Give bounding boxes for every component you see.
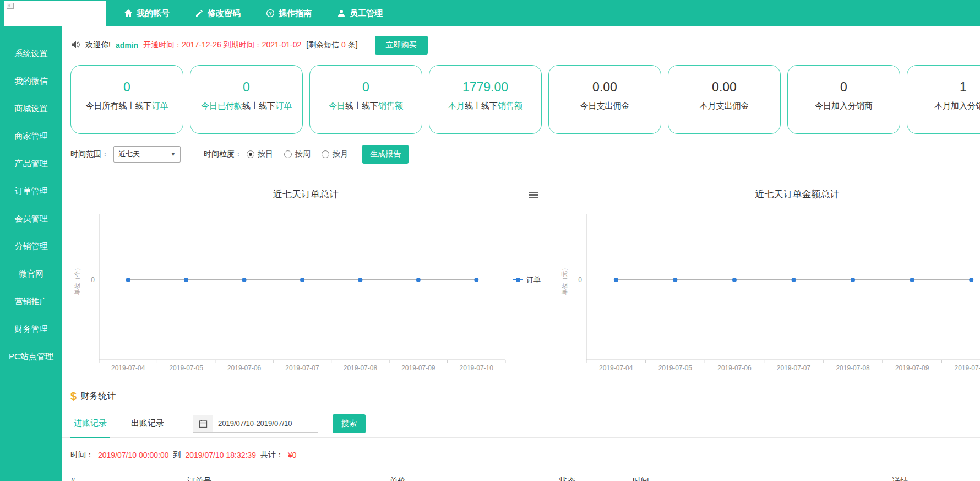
svg-text:2019-07-04: 2019-07-04 [111,364,145,372]
tab-outgoing-records[interactable]: 出账记录 [128,409,167,438]
top-bar: 我的帐号 修改密码 ? 操作指南 员工管理 [0,0,980,26]
svg-text:2019-07-07: 2019-07-07 [777,364,811,372]
sidebar-item-micro-site[interactable]: 微官网 [0,260,62,288]
user-icon [337,9,346,18]
radio-icon [247,150,254,158]
calendar-icon[interactable] [193,415,213,433]
buy-now-button[interactable]: 立即购买 [375,36,428,55]
nav-item-guide[interactable]: ? 操作指南 [266,8,312,19]
nav-item-label: 操作指南 [279,8,312,19]
orders-line-chart: 2019-07-042019-07-052019-07-062019-07-07… [62,203,549,381]
svg-text:2019-07-10: 2019-07-10 [955,364,980,372]
time-range-label: 时间范围： [70,149,109,159]
stat-card-today-sales: 0 今日线上线下销售额 [309,65,422,134]
speaker-icon [70,40,80,51]
radio-icon [284,150,292,158]
top-nav: 我的帐号 修改密码 ? 操作指南 员工管理 [124,0,383,26]
finance-toolbar: 进账记录 出账记录 搜索 [62,409,980,438]
chart-menu-icon[interactable] [529,190,538,200]
svg-text:单位（元）: 单位（元） [561,265,568,295]
sidebar-item-system-settings[interactable]: 系统设置 [0,40,62,67]
svg-text:2019-07-06: 2019-07-06 [717,364,752,372]
sidebar: 系统设置 我的微信 商城设置 商家管理 产品管理 订单管理 会员管理 分销管理 … [0,26,62,481]
stat-card-value: 0.00 [549,80,661,94]
sidebar-item-finance-management[interactable]: 财务管理 [0,315,62,343]
username: admin [116,41,138,50]
column-header-detail: 详情 [892,475,980,481]
column-header-unit-price: 单价 [389,475,559,481]
stat-card-today-commission: 0.00 今日支出佣金 [548,65,661,134]
logo [4,1,106,26]
time-summary: 时间： 2019/07/10 00:00:00 到 2019/07/10 18:… [70,450,980,460]
edit-icon [195,9,204,18]
nav-item-label: 修改密码 [208,8,241,19]
stat-card-label: 本月支出佣金 [668,101,780,111]
sidebar-item-my-wechat[interactable]: 我的微信 [0,67,62,95]
sidebar-item-pc-site-management[interactable]: PC站点管理 [0,343,62,370]
svg-text:0: 0 [91,276,95,284]
sidebar-item-distribution-management[interactable]: 分销管理 [0,233,62,260]
stat-card-value: 0 [788,80,900,94]
stat-card-label: 今日支出佣金 [549,101,661,111]
granularity-radio-weekly[interactable]: 按周 [284,149,311,159]
svg-text:2019-07-07: 2019-07-07 [285,364,319,372]
stat-card-label: 本月线上线下销售额 [429,101,541,111]
chart-title: 近七天订单总计 [62,176,549,203]
date-range-group [193,415,318,433]
time-label: 时间： [70,450,94,460]
stat-card-value: 0 [190,80,302,94]
stat-card-value: 0 [71,80,183,94]
svg-text:2019-07-05: 2019-07-05 [658,364,693,372]
home-icon [124,9,133,18]
tab-income-records[interactable]: 进账记录 [70,409,110,438]
sidebar-item-product-management[interactable]: 产品管理 [0,150,62,177]
nav-item-my-account[interactable]: 我的帐号 [124,8,170,19]
radio-icon [322,150,329,158]
column-header-index: #. [70,475,187,481]
svg-text:单位（个）: 单位（个） [74,265,80,295]
stat-card-label: 本月加入分销商 [907,101,980,111]
sidebar-item-member-management[interactable]: 会员管理 [0,205,62,233]
time-range-value: 近七天 [118,149,140,159]
total-label: 共计： [260,450,284,460]
sidebar-item-merchant-management[interactable]: 商家管理 [0,122,62,150]
nav-item-staff[interactable]: 员工管理 [337,8,383,19]
search-button[interactable]: 搜索 [333,414,366,433]
stat-card-label: 今日已付款线上线下订单 [190,101,302,111]
sms-count: 0 [341,40,346,49]
stat-card-label: 今日所有线上线下订单 [71,101,183,111]
total-value: ¥0 [288,451,297,460]
nav-item-label: 员工管理 [350,8,383,19]
welcome-bar: 欢迎你! admin 开通时间：2017-12-26 到期时间：2021-01-… [70,34,980,56]
stat-card-today-paid-orders: 0 今日已付款线上线下订单 [190,65,303,134]
column-header-time: 时间 [633,475,892,481]
granularity-radio-monthly[interactable]: 按月 [322,149,348,159]
time-range-select[interactable]: 近七天 ▼ [113,146,181,163]
svg-text:2019-07-04: 2019-07-04 [599,364,633,372]
granularity-label: 时间粒度： [204,149,242,159]
stat-card-label: 今日加入分销商 [788,101,900,111]
nav-item-change-password[interactable]: 修改密码 [195,8,241,19]
sidebar-item-mall-settings[interactable]: 商城设置 [0,95,62,122]
chevron-down-icon: ▼ [171,152,176,157]
sms-remaining: [剩余短信 0 条] [306,40,357,50]
stat-cards-row: 0 今日所有线上线下订单 0 今日已付款线上线下订单 0 今日线上线下销售额 1… [70,65,980,134]
records-table-header: #. 订单号 单价 状态 时间 详情 [70,475,980,481]
chart-title: 近七天订单金额总计 [549,176,980,203]
date-range-input[interactable] [213,415,318,433]
finance-section-title: 财务统计 [80,391,116,402]
svg-text:订单: 订单 [526,275,541,284]
nav-item-label: 我的帐号 [137,8,170,19]
stat-card-month-commission: 0.00 本月支出佣金 [668,65,781,134]
sidebar-item-marketing[interactable]: 营销推广 [0,288,62,315]
generate-report-button[interactable]: 生成报告 [362,145,409,164]
filter-bar: 时间范围： 近七天 ▼ 时间粒度： 按日 按周 按月 生成报告 [70,145,980,164]
stat-card-label: 今日线上线下销售额 [310,101,422,111]
stat-card-value: 0.00 [668,80,780,94]
stat-card-today-distributors: 0 今日加入分销商 [787,65,900,134]
svg-text:2019-07-09: 2019-07-09 [401,364,435,372]
column-header-order-no: 订单号 [187,475,389,481]
sidebar-item-order-management[interactable]: 订单管理 [0,177,62,205]
granularity-radio-daily[interactable]: 按日 [247,149,273,159]
time-end: 2019/07/10 18:32:39 [185,451,255,460]
